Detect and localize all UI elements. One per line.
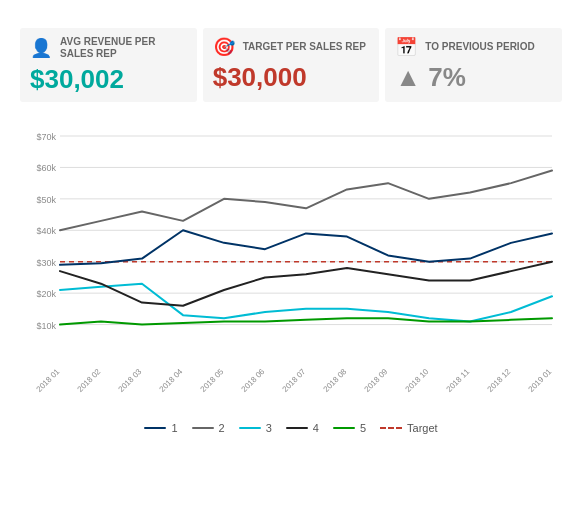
- kpi-card-prev-period: 📅 TO PREVIOUS PERIOD ▲ 7%: [385, 28, 562, 102]
- legend-item-1: 1: [144, 422, 177, 434]
- legend-line-5: [333, 427, 355, 429]
- kpi-value-avg-revenue: $30,002: [30, 66, 187, 92]
- svg-text:$20k: $20k: [36, 289, 56, 299]
- svg-text:2018 02: 2018 02: [76, 367, 103, 394]
- kpi-label-target: TARGET PER SALES REP: [243, 41, 366, 53]
- legend-line-3: [239, 427, 261, 429]
- svg-text:$40k: $40k: [36, 226, 56, 236]
- kpi-label-prev-period: TO PREVIOUS PERIOD: [425, 41, 534, 53]
- kpi-icon-avg-revenue: 👤: [30, 37, 52, 59]
- kpi-value-target: $30,000: [213, 64, 370, 90]
- legend-item-2: 2: [192, 422, 225, 434]
- svg-text:2018 10: 2018 10: [404, 367, 431, 394]
- svg-text:$10k: $10k: [36, 321, 56, 331]
- svg-text:2018 11: 2018 11: [445, 367, 472, 394]
- legend-label-3: 3: [266, 422, 272, 434]
- kpi-icon-target: 🎯: [213, 36, 235, 58]
- kpi-header-prev-period: 📅 TO PREVIOUS PERIOD: [395, 36, 552, 58]
- legend-line-1: [144, 427, 166, 429]
- kpi-row: 👤 AVG REVENUE PER SALES REP $30,002 🎯 TA…: [20, 28, 562, 102]
- line-chart: $70k$60k$50k$40k$30k$20k$10k2018 012018 …: [20, 116, 562, 416]
- svg-text:2018 04: 2018 04: [158, 367, 185, 394]
- svg-text:$50k: $50k: [36, 195, 56, 205]
- svg-text:2018 05: 2018 05: [199, 367, 226, 394]
- legend-label-1: 1: [171, 422, 177, 434]
- legend-line-2: [192, 427, 214, 429]
- svg-text:2018 08: 2018 08: [322, 367, 349, 394]
- svg-text:2018 01: 2018 01: [35, 367, 62, 394]
- svg-text:2019 01: 2019 01: [527, 367, 554, 394]
- legend-label-5: 5: [360, 422, 366, 434]
- legend-item-5: 5: [333, 422, 366, 434]
- chart-legend: 1 2 3 4 5 Target: [20, 422, 562, 434]
- legend-line-4: [286, 427, 308, 429]
- kpi-label-avg-revenue: AVG REVENUE PER SALES REP: [60, 36, 187, 60]
- legend-item-target: Target: [380, 422, 438, 434]
- svg-text:2018 07: 2018 07: [281, 367, 308, 394]
- legend-item-4: 4: [286, 422, 319, 434]
- svg-text:2018 12: 2018 12: [486, 367, 513, 394]
- legend-label-4: 4: [313, 422, 319, 434]
- svg-text:2018 06: 2018 06: [240, 367, 267, 394]
- kpi-card-avg-revenue: 👤 AVG REVENUE PER SALES REP $30,002: [20, 28, 197, 102]
- legend-line-target: [380, 427, 402, 429]
- svg-text:2018 09: 2018 09: [363, 367, 390, 394]
- legend-item-3: 3: [239, 422, 272, 434]
- legend-label-2: 2: [219, 422, 225, 434]
- kpi-card-target: 🎯 TARGET PER SALES REP $30,000: [203, 28, 380, 102]
- chart-area: $70k$60k$50k$40k$30k$20k$10k2018 012018 …: [20, 116, 562, 416]
- main-container: 👤 AVG REVENUE PER SALES REP $30,002 🎯 TA…: [0, 0, 582, 444]
- kpi-value-prev-period: ▲ 7%: [395, 64, 552, 90]
- svg-text:$60k: $60k: [36, 163, 56, 173]
- legend-label-target: Target: [407, 422, 438, 434]
- svg-text:$70k: $70k: [36, 132, 56, 142]
- svg-text:$30k: $30k: [36, 258, 56, 268]
- svg-text:2018 03: 2018 03: [117, 367, 144, 394]
- kpi-header-target: 🎯 TARGET PER SALES REP: [213, 36, 370, 58]
- kpi-icon-prev-period: 📅: [395, 36, 417, 58]
- kpi-header-avg-revenue: 👤 AVG REVENUE PER SALES REP: [30, 36, 187, 60]
